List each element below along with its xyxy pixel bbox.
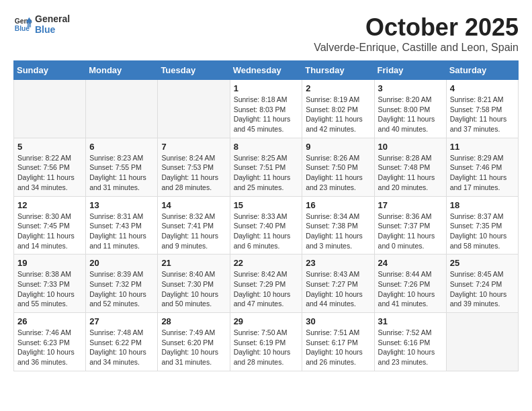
calendar-cell: 15Sunrise: 8:33 AM Sunset: 7:40 PM Dayli… xyxy=(230,196,302,255)
day-number: 26 xyxy=(17,316,82,326)
weekday-header-friday: Friday xyxy=(374,61,446,80)
day-info: Sunrise: 8:33 AM Sunset: 7:40 PM Dayligh… xyxy=(234,212,299,251)
day-number: 16 xyxy=(306,200,370,210)
calendar-cell: 17Sunrise: 8:36 AM Sunset: 7:37 PM Dayli… xyxy=(374,196,446,255)
main-title: October 2025 xyxy=(314,13,519,42)
calendar-cell: 14Sunrise: 8:32 AM Sunset: 7:41 PM Dayli… xyxy=(158,196,230,255)
calendar-cell xyxy=(158,80,230,138)
day-info: Sunrise: 8:45 AM Sunset: 7:24 PM Dayligh… xyxy=(450,269,515,309)
day-info: Sunrise: 8:26 AM Sunset: 7:50 PM Dayligh… xyxy=(306,153,370,193)
calendar-cell: 10Sunrise: 8:28 AM Sunset: 7:48 PM Dayli… xyxy=(374,138,446,196)
day-info: Sunrise: 7:46 AM Sunset: 6:23 PM Dayligh… xyxy=(17,328,82,367)
day-number: 31 xyxy=(378,316,443,326)
day-number: 5 xyxy=(17,142,82,152)
day-number: 29 xyxy=(234,316,299,326)
calendar-cell: 6Sunrise: 8:23 AM Sunset: 7:55 PM Daylig… xyxy=(86,138,158,196)
calendar-cell: 26Sunrise: 7:46 AM Sunset: 6:23 PM Dayli… xyxy=(14,313,86,371)
day-number: 18 xyxy=(450,200,515,210)
day-info: Sunrise: 7:52 AM Sunset: 6:16 PM Dayligh… xyxy=(378,328,443,367)
day-number: 27 xyxy=(89,316,154,326)
day-number: 7 xyxy=(161,142,226,152)
day-info: Sunrise: 8:39 AM Sunset: 7:32 PM Dayligh… xyxy=(89,269,154,309)
calendar-cell: 29Sunrise: 7:50 AM Sunset: 6:19 PM Dayli… xyxy=(230,313,302,371)
day-number: 25 xyxy=(450,258,515,268)
weekday-header-sunday: Sunday xyxy=(14,61,86,80)
day-info: Sunrise: 8:40 AM Sunset: 7:30 PM Dayligh… xyxy=(161,269,226,309)
calendar-cell: 8Sunrise: 8:25 AM Sunset: 7:51 PM Daylig… xyxy=(230,138,302,196)
day-number: 1 xyxy=(234,83,299,93)
calendar-table: SundayMondayTuesdayWednesdayThursdayFrid… xyxy=(13,60,519,371)
day-number: 19 xyxy=(17,258,82,268)
day-number: 20 xyxy=(89,258,154,268)
day-info: Sunrise: 8:44 AM Sunset: 7:26 PM Dayligh… xyxy=(378,269,443,309)
calendar-cell: 25Sunrise: 8:45 AM Sunset: 7:24 PM Dayli… xyxy=(446,255,518,313)
calendar-week-row: 12Sunrise: 8:30 AM Sunset: 7:45 PM Dayli… xyxy=(14,196,519,255)
day-number: 24 xyxy=(378,258,443,268)
day-info: Sunrise: 8:24 AM Sunset: 7:53 PM Dayligh… xyxy=(161,153,226,193)
day-info: Sunrise: 8:28 AM Sunset: 7:48 PM Dayligh… xyxy=(378,153,443,193)
day-info: Sunrise: 8:22 AM Sunset: 7:56 PM Dayligh… xyxy=(17,153,82,193)
logo-line1: General xyxy=(35,13,70,24)
calendar-cell: 4Sunrise: 8:21 AM Sunset: 7:58 PM Daylig… xyxy=(446,80,518,138)
calendar-cell: 27Sunrise: 7:48 AM Sunset: 6:22 PM Dayli… xyxy=(86,313,158,371)
weekday-header-wednesday: Wednesday xyxy=(230,61,302,80)
day-info: Sunrise: 7:51 AM Sunset: 6:17 PM Dayligh… xyxy=(306,328,370,367)
calendar-cell: 1Sunrise: 8:18 AM Sunset: 8:03 PM Daylig… xyxy=(230,80,302,138)
page-header: General Blue General Blue October 2025 V… xyxy=(13,13,519,54)
calendar-cell: 22Sunrise: 8:42 AM Sunset: 7:29 PM Dayli… xyxy=(230,255,302,313)
logo: General Blue General Blue xyxy=(13,13,70,35)
day-number: 17 xyxy=(378,200,443,210)
calendar-week-row: 26Sunrise: 7:46 AM Sunset: 6:23 PM Dayli… xyxy=(14,313,519,371)
calendar-cell xyxy=(86,80,158,138)
day-info: Sunrise: 8:21 AM Sunset: 7:58 PM Dayligh… xyxy=(450,95,515,134)
day-number: 3 xyxy=(378,83,443,93)
weekday-header-tuesday: Tuesday xyxy=(158,61,230,80)
day-info: Sunrise: 8:20 AM Sunset: 8:00 PM Dayligh… xyxy=(378,95,443,134)
day-number: 28 xyxy=(161,316,226,326)
day-number: 4 xyxy=(450,83,515,93)
day-info: Sunrise: 7:48 AM Sunset: 6:22 PM Dayligh… xyxy=(89,328,154,367)
day-info: Sunrise: 8:31 AM Sunset: 7:43 PM Dayligh… xyxy=(89,212,154,251)
calendar-cell: 3Sunrise: 8:20 AM Sunset: 8:00 PM Daylig… xyxy=(374,80,446,138)
day-number: 11 xyxy=(450,142,515,152)
day-number: 2 xyxy=(306,83,370,93)
calendar-cell xyxy=(446,313,518,371)
calendar-cell: 24Sunrise: 8:44 AM Sunset: 7:26 PM Dayli… xyxy=(374,255,446,313)
day-info: Sunrise: 7:50 AM Sunset: 6:19 PM Dayligh… xyxy=(234,328,299,367)
day-info: Sunrise: 8:42 AM Sunset: 7:29 PM Dayligh… xyxy=(234,269,299,309)
calendar-cell: 23Sunrise: 8:43 AM Sunset: 7:27 PM Dayli… xyxy=(302,255,374,313)
day-number: 14 xyxy=(161,200,226,210)
day-number: 22 xyxy=(234,258,299,268)
day-info: Sunrise: 8:43 AM Sunset: 7:27 PM Dayligh… xyxy=(306,269,370,309)
day-info: Sunrise: 8:34 AM Sunset: 7:38 PM Dayligh… xyxy=(306,212,370,251)
calendar-cell: 7Sunrise: 8:24 AM Sunset: 7:53 PM Daylig… xyxy=(158,138,230,196)
day-info: Sunrise: 8:30 AM Sunset: 7:45 PM Dayligh… xyxy=(17,212,82,251)
weekday-header-monday: Monday xyxy=(86,61,158,80)
calendar-week-row: 1Sunrise: 8:18 AM Sunset: 8:03 PM Daylig… xyxy=(14,80,519,138)
calendar-week-row: 5Sunrise: 8:22 AM Sunset: 7:56 PM Daylig… xyxy=(14,138,519,196)
calendar-cell: 11Sunrise: 8:29 AM Sunset: 7:46 PM Dayli… xyxy=(446,138,518,196)
weekday-header-thursday: Thursday xyxy=(302,61,374,80)
calendar-cell: 19Sunrise: 8:38 AM Sunset: 7:33 PM Dayli… xyxy=(14,255,86,313)
calendar-cell: 2Sunrise: 8:19 AM Sunset: 8:02 PM Daylig… xyxy=(302,80,374,138)
weekday-header-row: SundayMondayTuesdayWednesdayThursdayFrid… xyxy=(14,61,519,80)
day-number: 23 xyxy=(306,258,370,268)
day-number: 10 xyxy=(378,142,443,152)
calendar-cell: 12Sunrise: 8:30 AM Sunset: 7:45 PM Dayli… xyxy=(14,196,86,255)
day-info: Sunrise: 8:32 AM Sunset: 7:41 PM Dayligh… xyxy=(161,212,226,251)
day-number: 13 xyxy=(89,200,154,210)
day-info: Sunrise: 8:18 AM Sunset: 8:03 PM Dayligh… xyxy=(234,95,299,134)
logo-line2: Blue xyxy=(35,24,70,35)
weekday-header-saturday: Saturday xyxy=(446,61,518,80)
calendar-cell: 13Sunrise: 8:31 AM Sunset: 7:43 PM Dayli… xyxy=(86,196,158,255)
calendar-cell: 9Sunrise: 8:26 AM Sunset: 7:50 PM Daylig… xyxy=(302,138,374,196)
day-number: 9 xyxy=(306,142,370,152)
day-number: 15 xyxy=(234,200,299,210)
day-info: Sunrise: 8:36 AM Sunset: 7:37 PM Dayligh… xyxy=(378,212,443,251)
calendar-cell: 21Sunrise: 8:40 AM Sunset: 7:30 PM Dayli… xyxy=(158,255,230,313)
day-number: 8 xyxy=(234,142,299,152)
logo-icon: General Blue xyxy=(13,15,32,34)
calendar-cell: 5Sunrise: 8:22 AM Sunset: 7:56 PM Daylig… xyxy=(14,138,86,196)
calendar-cell: 28Sunrise: 7:49 AM Sunset: 6:20 PM Dayli… xyxy=(158,313,230,371)
day-info: Sunrise: 8:29 AM Sunset: 7:46 PM Dayligh… xyxy=(450,153,515,193)
